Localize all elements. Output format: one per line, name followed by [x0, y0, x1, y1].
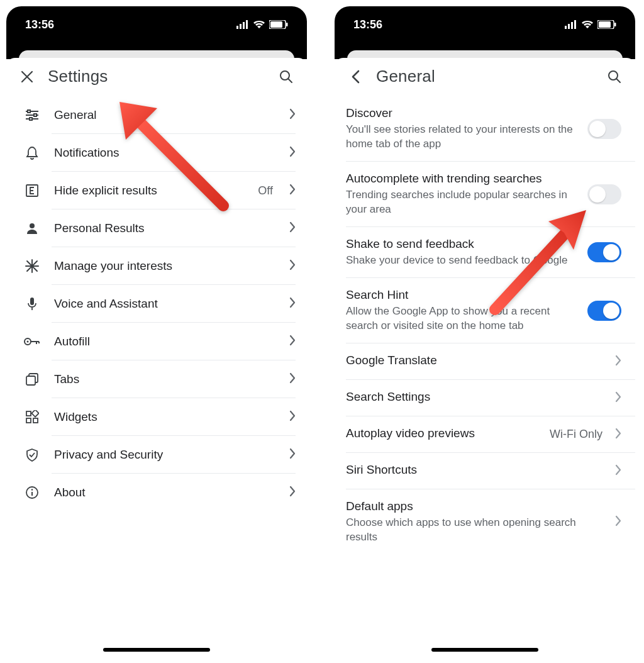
general-item-shake[interactable]: Shake to send feedback Shake your device… — [335, 227, 635, 278]
general-item-defaultapps[interactable]: Default apps Choose which apps to use wh… — [335, 489, 635, 555]
wifi-icon — [581, 20, 594, 29]
signal-icon — [236, 20, 249, 29]
row-title: Siri Shortcuts — [346, 463, 606, 477]
settings-item-about[interactable]: About — [6, 474, 307, 511]
settings-item-personal[interactable]: Personal Results — [6, 209, 307, 247]
general-sheet: General Discover You'll see stories rela… — [335, 58, 635, 657]
svg-rect-18 — [26, 418, 31, 423]
general-item-siri[interactable]: Siri Shortcuts — [335, 453, 635, 489]
settings-item-explicit[interactable]: Hide explicit results Off — [6, 172, 307, 209]
svg-rect-13 — [30, 298, 34, 305]
svg-point-12 — [30, 223, 35, 228]
key-icon — [24, 333, 40, 350]
settings-item-voice[interactable]: Voice and Assistant — [6, 285, 307, 323]
svg-rect-19 — [33, 418, 38, 423]
bell-icon — [24, 145, 40, 161]
person-icon — [24, 220, 40, 237]
toggle-shake[interactable] — [587, 242, 621, 262]
info-icon — [24, 484, 40, 501]
row-label: Notifications — [54, 146, 275, 160]
row-label: Autofill — [54, 335, 275, 348]
search-icon[interactable] — [277, 67, 296, 86]
toggle-searchhint[interactable] — [587, 301, 621, 321]
status-bar: 13:56 — [335, 6, 635, 50]
toggle-discover[interactable] — [587, 119, 621, 139]
settings-item-privacy[interactable]: Privacy and Security — [6, 436, 307, 474]
row-label: Widgets — [54, 410, 275, 424]
row-title: Google Translate — [346, 354, 606, 367]
phone-right: 13:56 General Discover You'll see storie… — [335, 6, 635, 657]
signal-icon — [565, 20, 577, 29]
svg-rect-24 — [568, 24, 570, 29]
general-item-discover[interactable]: Discover You'll see stories related to y… — [335, 96, 635, 162]
svg-rect-6 — [286, 23, 288, 26]
tabs-icon — [24, 371, 40, 387]
settings-item-widgets[interactable]: Widgets — [6, 398, 307, 436]
svg-rect-5 — [270, 21, 282, 28]
battery-icon — [597, 20, 616, 29]
chevron-right-icon — [289, 410, 296, 424]
row-title: Search Settings — [346, 390, 606, 404]
chevron-right-icon — [615, 464, 621, 478]
svg-rect-2 — [243, 22, 245, 29]
svg-rect-0 — [236, 26, 238, 29]
svg-rect-17 — [26, 411, 31, 416]
svg-point-22 — [31, 489, 33, 491]
asterisk-icon — [24, 258, 40, 274]
row-label: Tabs — [54, 372, 275, 386]
general-item-autocomplete[interactable]: Autocomplete with trending searches Tren… — [335, 162, 635, 227]
chevron-right-icon — [289, 221, 296, 235]
row-label: Voice and Assistant — [54, 297, 275, 311]
row-subtitle: Choose which apps to use when opening se… — [346, 516, 606, 545]
svg-rect-10 — [30, 118, 32, 120]
svg-rect-26 — [574, 20, 576, 29]
chevron-right-icon — [615, 391, 621, 405]
general-item-searchhint[interactable]: Search Hint Allow the Google App to show… — [335, 278, 635, 343]
svg-rect-3 — [246, 20, 248, 29]
chevron-right-icon — [289, 335, 296, 348]
general-list: Discover You'll see stories related to y… — [335, 92, 635, 558]
chevron-right-icon — [615, 355, 621, 369]
row-value: Wi-Fi Only — [550, 428, 602, 441]
chevron-right-icon — [615, 428, 621, 442]
explicit-icon — [24, 182, 40, 199]
settings-list: General Notifications Hide explicit resu… — [6, 92, 307, 515]
general-item-searchsettings[interactable]: Search Settings — [335, 380, 635, 416]
widgets-icon — [24, 409, 40, 425]
wifi-icon — [253, 20, 265, 29]
settings-item-general[interactable]: General — [6, 96, 307, 134]
status-time: 13:56 — [353, 18, 382, 31]
general-item-autoplay[interactable]: Autoplay video previews Wi-Fi Only — [335, 416, 635, 453]
svg-point-15 — [27, 341, 29, 343]
settings-item-autofill[interactable]: Autofill — [6, 323, 307, 360]
chevron-right-icon — [289, 297, 296, 311]
home-indicator — [431, 648, 538, 652]
svg-rect-28 — [599, 21, 611, 28]
settings-sheet: Settings General Notifications Hide expl… — [6, 58, 307, 657]
settings-item-tabs[interactable]: Tabs — [6, 360, 307, 398]
search-icon[interactable] — [605, 67, 624, 86]
settings-item-interests[interactable]: Manage your interests — [6, 247, 307, 285]
row-title: Discover — [346, 106, 579, 120]
chevron-right-icon — [289, 448, 296, 462]
close-icon[interactable] — [18, 67, 36, 86]
back-icon[interactable] — [346, 67, 365, 86]
chevron-right-icon — [615, 515, 621, 529]
chevron-right-icon — [289, 372, 296, 386]
phone-left: 13:56 Settings General Notif — [6, 6, 307, 657]
general-header: General — [335, 58, 635, 92]
settings-item-notifications[interactable]: Notifications — [6, 134, 307, 172]
svg-rect-1 — [240, 24, 242, 29]
svg-rect-8 — [28, 110, 30, 113]
row-label: Hide explicit results — [54, 184, 244, 198]
row-label: Manage your interests — [54, 259, 275, 273]
mic-icon — [24, 296, 40, 312]
shield-icon — [24, 447, 40, 463]
general-item-translate[interactable]: Google Translate — [335, 343, 635, 380]
chevron-right-icon — [289, 486, 296, 499]
toggle-autocomplete[interactable] — [587, 184, 621, 204]
battery-icon — [269, 20, 288, 29]
row-title: Default apps — [346, 499, 606, 513]
sliders-icon — [24, 107, 40, 123]
row-title: Autocomplete with trending searches — [346, 172, 579, 186]
